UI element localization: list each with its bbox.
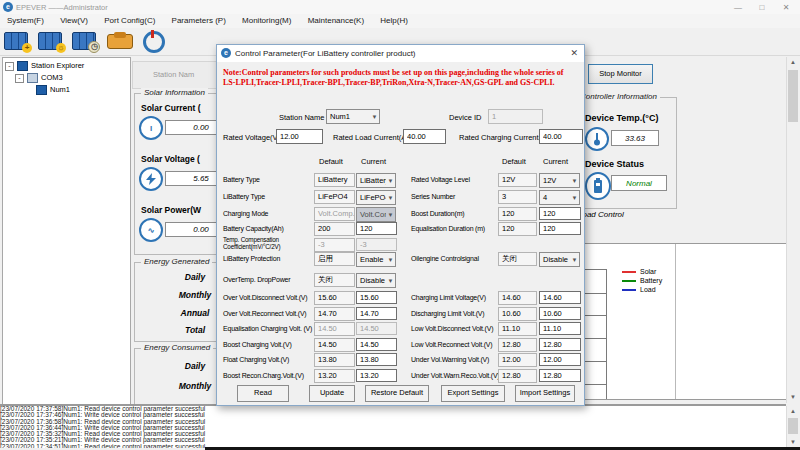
window-title: EPEVER ——Administrator [16,3,108,12]
current-value-field[interactable] [539,369,581,382]
maximize-icon[interactable]: □ [755,3,769,12]
current-value-field[interactable] [539,207,581,220]
legend-label: Battery [640,277,662,284]
current-value-field[interactable] [539,222,581,235]
station-timer-icon[interactable]: ◷ [72,31,98,51]
close-icon[interactable]: ✕ [779,3,793,12]
menu-view[interactable]: View(V) [53,14,95,25]
current-value-select[interactable]: 4▼ [539,190,580,205]
scroll-up-icon[interactable]: ▲ [787,57,799,68]
menu-port-config[interactable]: Port Config(C) [97,14,162,25]
legend-item-battery: Battery [622,277,662,285]
read-button[interactable]: Read [237,385,289,402]
scrollbar-thumb[interactable] [788,418,798,434]
collapse-icon[interactable]: - [5,62,14,71]
param-label: Charging Mode [223,210,268,217]
current-value-field[interactable] [539,307,581,320]
tree-node-label: COM3 [41,73,63,82]
power-icon[interactable] [141,31,167,51]
current-value-field[interactable] [356,291,397,304]
default-value-box: -3 [314,238,355,252]
param-label: LiBattery Protection [223,255,280,262]
menu-maintenance[interactable]: Maintenance(K) [301,14,371,25]
chart-grid-cell [583,292,607,316]
print-icon[interactable] [107,31,133,51]
app-logo-icon: e [3,2,13,12]
window-titlebar: e EPEVER ——Administrator — □ ✕ [0,0,800,14]
current-value-field[interactable] [539,338,581,351]
chevron-down-icon: ▼ [386,278,395,284]
current-value-field[interactable] [356,307,397,320]
default-value-box: 120 [498,222,537,236]
current-value-field[interactable] [356,369,397,382]
chart-grid-cell [583,384,607,400]
default-value-box: 10.60 [498,307,537,321]
default-value-box: 13.80 [314,353,355,367]
default-value-box: 120 [498,207,537,221]
minimize-icon[interactable]: — [731,3,745,12]
export-settings-button[interactable]: Export Settings [441,385,505,402]
select-value: 4 [540,193,570,202]
current-value-field[interactable] [356,353,397,366]
current-value-field[interactable] [539,322,581,335]
param-label: Low Volt.Disconnect Volt.(V) [411,325,493,332]
current-value-select[interactable]: Enable▼ [356,252,396,267]
thermometer-glyph [593,132,601,146]
legend-swatch-icon [622,289,636,291]
station-explorer-icon [17,61,28,71]
param-label: Boost Charging Volt.(V) [223,341,292,348]
current-value-field[interactable] [356,222,397,235]
device-icon [36,85,47,95]
log-scrollbar[interactable]: ▲ ▼ [786,406,799,448]
default-value-box: 关闭 [498,252,537,266]
default-value-box: 14.70 [314,307,355,321]
stop-monitor-button[interactable]: Stop Monitor [588,64,653,84]
import-settings-button[interactable]: Import Settings [515,385,575,402]
menu-system[interactable]: System(F) [0,14,51,25]
param-label: Equalisation Duration (m) [411,225,485,232]
chart-grid-cell [583,269,607,294]
station-explorer-tree: -Station Explorer -COM3 Num1 [2,57,131,405]
select-value: LiBattery [357,176,386,185]
param-label: Over Volt.Reconnect Volt.(V) [223,310,307,317]
restore-default-button[interactable]: Restore Default [365,385,429,402]
tree-node-station-explorer[interactable]: -Station Explorer [5,61,84,71]
chart-grid-cell [583,315,607,339]
param-label: Series Number [411,193,455,200]
device-status-value: Normal [611,175,667,191]
current-value-select[interactable]: LiFePO4▼ [356,190,396,205]
current-value-select[interactable]: Disable▼ [539,252,580,267]
chart-grid-cell [583,361,607,385]
select-value: LiFePO4 [357,193,386,202]
current-value-select[interactable]: LiBattery▼ [356,173,396,188]
menu-parameters[interactable]: Parameters (P) [165,14,233,25]
solar-current-label: Solar Current ( [141,103,201,113]
current-value-select[interactable]: Disable▼ [356,273,396,288]
select-value: 12V [540,176,570,185]
add-station-icon[interactable]: + [4,31,30,51]
main-scrollbar[interactable]: ▲ ▼ [786,57,799,403]
controller-information-title: Controller Information [577,92,660,101]
current-value-select[interactable]: 12V▼ [539,173,580,188]
menu-help[interactable]: Help(H) [373,14,415,25]
select-value: Enable [357,255,386,264]
scrollbar-thumb[interactable] [788,70,798,122]
param-label: Discharging Limit Volt.(V) [411,310,484,317]
chevron-down-icon: ▼ [570,195,579,201]
current-value-field[interactable] [539,291,581,304]
station-config-icon[interactable]: ☼ [38,31,64,51]
chart-grid-cell [583,338,607,362]
menu-monitoring[interactable]: Monitoring(M) [235,14,298,25]
tree-node-com3[interactable]: -COM3 [15,73,63,83]
current-value-field[interactable] [539,353,581,366]
energy-consumed-title: Energy Consumed [141,343,213,352]
select-value: Volt.Comp [357,210,386,219]
collapse-icon[interactable]: - [15,74,24,83]
scroll-up-icon[interactable]: ▲ [787,406,799,417]
scroll-down-icon[interactable]: ▼ [787,392,799,403]
update-button[interactable]: Update [309,385,355,402]
current-value-field[interactable] [356,338,397,351]
menu-bar: System(F) View(V) Port Config(C) Paramet… [0,14,800,28]
tree-node-num1[interactable]: Num1 [33,85,70,95]
chart-gridline [675,244,676,399]
